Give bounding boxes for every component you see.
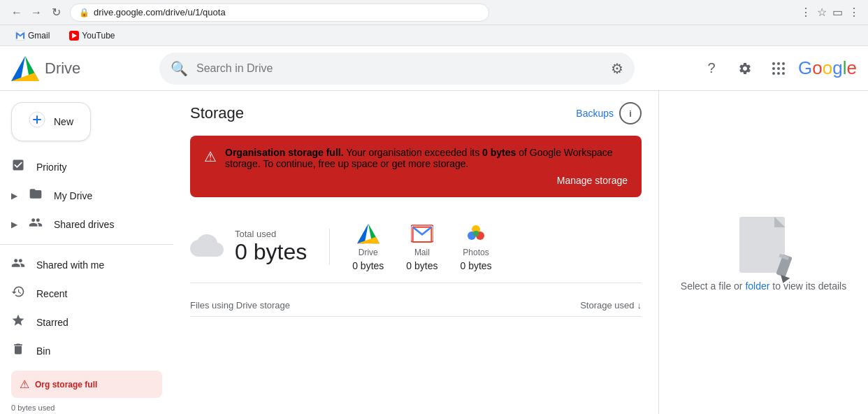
- gmail-icon: [15, 31, 25, 41]
- help-button[interactable]: ?: [697, 55, 725, 83]
- search-input[interactable]: [196, 62, 602, 75]
- error-icon: ⚠: [20, 378, 29, 391]
- sidebar-item-priority[interactable]: Priority: [0, 152, 162, 181]
- service-photos: Photos 0 bytes: [460, 222, 491, 271]
- nav-buttons: ← → ↻: [8, 4, 64, 21]
- sidebar-item-label: My Drive: [54, 190, 92, 201]
- files-label: Files using Drive storage: [190, 300, 290, 310]
- empty-state-icon: [729, 213, 799, 269]
- shared-with-me-icon: [11, 256, 25, 273]
- sidebar-item-shared-with-me[interactable]: Shared with me: [0, 250, 162, 279]
- page-title: Storage: [190, 104, 244, 122]
- service-mail: Mail 0 bytes: [406, 222, 437, 271]
- sidebar-item-label: Starred: [36, 317, 68, 328]
- drive-logo: Drive: [11, 56, 151, 81]
- total-used-info: Total used 0 bytes: [235, 229, 307, 265]
- photos-service-name: Photos: [463, 248, 489, 257]
- content-header: Storage Backups i: [190, 102, 642, 124]
- back-button[interactable]: ←: [8, 4, 25, 21]
- svg-point-12: [473, 231, 479, 236]
- bookmark-bar: Gmail YouTube: [0, 25, 868, 46]
- files-section: Files using Drive storage Storage used ↓: [190, 294, 642, 317]
- details-panel: Select a file or folder to view its deta…: [658, 91, 868, 414]
- new-button[interactable]: New: [11, 102, 91, 141]
- sidebar-item-label: Bin: [36, 345, 50, 357]
- recent-icon: [11, 285, 25, 302]
- address-text: drive.google.com/drive/u/1/quota: [94, 7, 226, 17]
- cloud-icon: [190, 231, 224, 263]
- photos-service-icon: [465, 222, 487, 245]
- search-icon: 🔍: [171, 60, 188, 77]
- new-label: New: [54, 116, 73, 127]
- drive-logo-icon: [11, 56, 39, 81]
- shared-drives-icon: [29, 215, 43, 233]
- sidebar-item-shared-drives[interactable]: ▶ Shared drives: [0, 210, 162, 238]
- menu-icon[interactable]: ⋮: [848, 6, 860, 19]
- storage-status-label: Org storage full: [35, 380, 97, 390]
- bin-icon: [11, 342, 25, 359]
- service-stats: Drive 0 bytes: [330, 222, 491, 271]
- sidebar-item-label: Shared drives: [54, 219, 114, 230]
- sort-icon: ↓: [637, 300, 642, 310]
- files-header: Files using Drive storage Storage used ↓: [190, 294, 642, 317]
- backups-link[interactable]: Backups: [576, 108, 614, 119]
- drive-title: Drive: [45, 59, 80, 78]
- address-bar[interactable]: 🔒 drive.google.com/drive/u/1/quota: [70, 3, 489, 22]
- banner-bytes: 0 bytes: [482, 147, 516, 158]
- banner-error-icon: ⚠: [204, 148, 217, 165]
- gmail-label: Gmail: [28, 31, 50, 41]
- drive-service-bytes: 0 bytes: [352, 260, 384, 271]
- browser-actions: ⋮ ☆ ▭ ⋮: [800, 6, 860, 19]
- empty-state-illustration: [729, 213, 806, 283]
- window-icon[interactable]: ▭: [832, 6, 843, 19]
- mail-service-bytes: 0 bytes: [406, 260, 437, 271]
- lock-icon: 🔒: [79, 8, 89, 17]
- org-storage-status[interactable]: ⚠ Org storage full: [11, 371, 162, 398]
- search-tune-icon[interactable]: ⚙: [611, 60, 623, 77]
- top-bar: Drive 🔍 ⚙ ? Google: [0, 46, 868, 91]
- total-used: Total used 0 bytes: [190, 229, 330, 265]
- sort-button[interactable]: Storage used ↓: [580, 300, 642, 310]
- content: Storage Backups i ⚠ Organisation storage…: [173, 91, 658, 414]
- sidebar-item-starred[interactable]: Starred: [0, 308, 162, 336]
- browser-chrome: ← → ↻ 🔒 drive.google.com/drive/u/1/quota…: [0, 0, 868, 25]
- apps-button[interactable]: [765, 55, 793, 83]
- info-button[interactable]: i: [619, 102, 642, 124]
- manage-storage-button[interactable]: Manage storage: [225, 175, 628, 186]
- banner-title: Organisation storage full.: [225, 147, 344, 158]
- storage-stats: Total used 0 bytes Drive 0 bytes: [190, 211, 642, 283]
- mail-service-name: Mail: [414, 248, 430, 257]
- google-logo: Google: [798, 57, 857, 79]
- photos-service-bytes: 0 bytes: [460, 260, 491, 271]
- star-icon[interactable]: ☆: [817, 6, 827, 19]
- priority-icon: [11, 158, 25, 176]
- google-apps-icon: [772, 62, 785, 75]
- bookmark-gmail[interactable]: Gmail: [11, 29, 54, 42]
- sidebar-item-label: Shared with me: [36, 259, 104, 271]
- banner-content: Organisation storage full. Your organisa…: [225, 147, 628, 186]
- sidebar-item-my-drive[interactable]: ▶ My Drive: [0, 181, 162, 210]
- youtube-icon: [69, 31, 79, 41]
- sidebar: New Priority ▶ My Drive ▶ Sh: [0, 91, 173, 414]
- settings-button[interactable]: [731, 55, 759, 83]
- sidebar-item-recent[interactable]: Recent: [0, 279, 162, 308]
- sort-label: Storage used: [580, 300, 634, 310]
- svg-marker-17: [778, 275, 790, 283]
- forward-button[interactable]: →: [28, 4, 45, 21]
- top-bar-actions: ? Google: [697, 55, 857, 83]
- expand-icon: ▶: [11, 220, 17, 229]
- header-actions: Backups i: [576, 102, 642, 124]
- mail-service-icon: [411, 222, 433, 245]
- app: Drive 🔍 ⚙ ? Google: [0, 46, 868, 414]
- service-drive: Drive 0 bytes: [352, 222, 384, 271]
- main: New Priority ▶ My Drive ▶ Sh: [0, 91, 868, 414]
- search-bar[interactable]: 🔍 ⚙: [159, 52, 635, 85]
- sidebar-item-bin[interactable]: Bin: [0, 336, 162, 365]
- starred-icon: [11, 313, 25, 331]
- storage-bytes-label: 0 bytes used: [11, 404, 173, 414]
- drive-service-name: Drive: [359, 248, 378, 257]
- share-icon[interactable]: ⋮: [800, 6, 811, 19]
- reload-button[interactable]: ↻: [48, 4, 64, 21]
- bookmark-youtube[interactable]: YouTube: [65, 29, 119, 42]
- drive-service-icon: [357, 222, 379, 245]
